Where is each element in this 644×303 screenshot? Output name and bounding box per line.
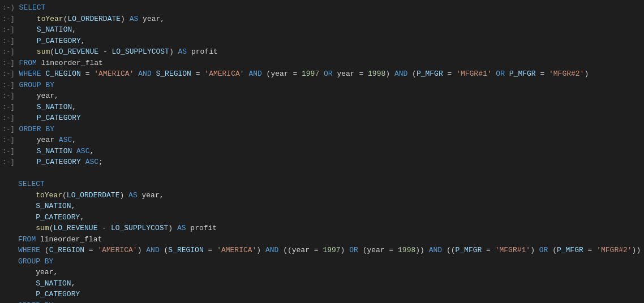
line-number: :-] (2, 80, 19, 90)
line-number: :-] (2, 36, 19, 46)
code-line: :-] S_NATION, (0, 102, 644, 113)
line-content: ORDER BY (19, 124, 642, 135)
code-line: WHERE (C_REGION = 'AMERICA') AND (S_REGI… (0, 245, 644, 256)
line-number: :-] (2, 135, 19, 145)
line-number: :-] (2, 91, 19, 101)
code-line: :-] ORDER BY (0, 124, 644, 135)
line-content: SELECT (19, 2, 642, 14)
line-content: S_NATION, (19, 24, 642, 36)
line-content: year, (18, 267, 642, 278)
line-number: :-] (2, 124, 19, 135)
code-line: S_NATION, (0, 201, 644, 212)
line-content: WHERE C_REGION = 'AMERICA' AND S_REGION … (19, 68, 642, 80)
line-content: year, (19, 90, 642, 102)
line-number: :-) (2, 3, 19, 13)
code-line: ORDER BY (0, 300, 644, 304)
code-line: year, (0, 267, 644, 278)
line-number: :-] (2, 25, 19, 35)
line-content: S_NATION, (18, 278, 642, 289)
code-line: SELECT (0, 179, 644, 190)
line-content: P_CATEGORY ASC; (19, 157, 642, 168)
code-line: FROM lineorder_flat (0, 234, 644, 245)
code-line: :-] S_NATION, (0, 24, 644, 36)
line-content: WHERE (C_REGION = 'AMERICA') AND (S_REGI… (18, 245, 642, 256)
line-number: :-] (2, 47, 19, 57)
code-line: :-] year ASC, (0, 135, 644, 146)
line-number: :-] (2, 113, 19, 123)
line-content: S_NATION, (19, 102, 642, 113)
line-content: year ASC, (19, 135, 642, 146)
line-content: GROUP BY (18, 256, 642, 267)
code-line: P_CATEGORY, (0, 212, 644, 223)
line-content: FROM lineorder_flat (19, 58, 642, 69)
line-number: :-] (2, 102, 19, 112)
code-line: sum(LO_REVENUE - LO_SUPPLYCOST) AS profi… (0, 223, 644, 234)
code-line (0, 168, 644, 179)
line-number: :-] (2, 157, 19, 167)
code-line: :-] P_CATEGORY ASC; (0, 157, 644, 168)
line-number: :-] (2, 69, 19, 79)
code-line: GROUP BY (0, 256, 644, 267)
line-content: sum(LO_REVENUE - LO_SUPPLYCOST) AS profi… (18, 223, 642, 234)
code-line: toYear(LO_ORDERDATE) AS year, (0, 190, 644, 201)
code-line: :-] FROM lineorder_flat (0, 58, 644, 69)
line-content: P_CATEGORY (19, 112, 642, 124)
code-line: :-] P_CATEGORY (0, 112, 644, 124)
code-line: :-] toYear(LO_ORDERDATE) AS year, (0, 14, 644, 25)
code-line: :-] year, (0, 90, 644, 102)
editor-area: :-) SELECT :-] toYear(LO_ORDERDATE) AS y… (0, 0, 644, 303)
code-line: :-] S_NATION ASC, (0, 146, 644, 157)
code-line: :-] GROUP BY (0, 80, 644, 91)
code-line: S_NATION, (0, 278, 644, 289)
line-content: SELECT (18, 179, 642, 190)
line-number: :-] (2, 14, 19, 24)
line-content: GROUP BY (19, 80, 642, 91)
line-content: P_CATEGORY, (18, 212, 642, 223)
line-number: :-] (2, 58, 19, 68)
line-content: P_CATEGORY, (19, 36, 642, 47)
code-line: :-] WHERE C_REGION = 'AMERICA' AND S_REG… (0, 68, 644, 80)
line-number: :-] (2, 146, 19, 157)
line-content: FROM lineorder_flat (18, 234, 642, 245)
code-line: :-] sum(LO_REVENUE - LO_SUPPLYCOST) AS p… (0, 46, 644, 58)
line-content: S_NATION ASC, (19, 146, 642, 157)
line-content: P_CATEGORY (18, 289, 642, 300)
line-content (18, 168, 642, 179)
line-content: ORDER BY (18, 300, 642, 304)
line-content: S_NATION, (18, 201, 642, 212)
code-line: :-] P_CATEGORY, (0, 36, 644, 47)
line-content: sum(LO_REVENUE - LO_SUPPLYCOST) AS profi… (19, 46, 642, 58)
line-content: toYear(LO_ORDERDATE) AS year, (18, 190, 642, 201)
code-line: :-) SELECT (0, 2, 644, 14)
line-content: toYear(LO_ORDERDATE) AS year, (19, 14, 642, 25)
code-line: P_CATEGORY (0, 289, 644, 300)
